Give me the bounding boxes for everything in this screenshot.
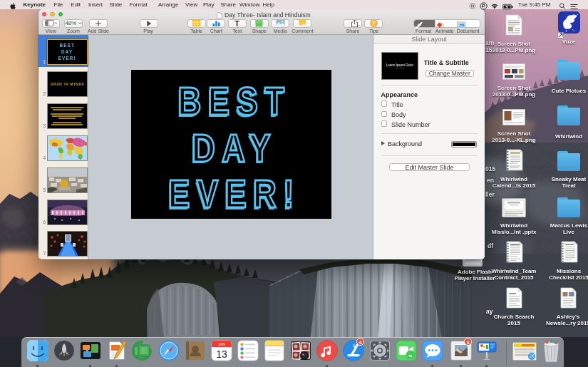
svg-text:13: 13 [216,348,227,360]
svg-text:JAN: JAN [218,342,225,346]
